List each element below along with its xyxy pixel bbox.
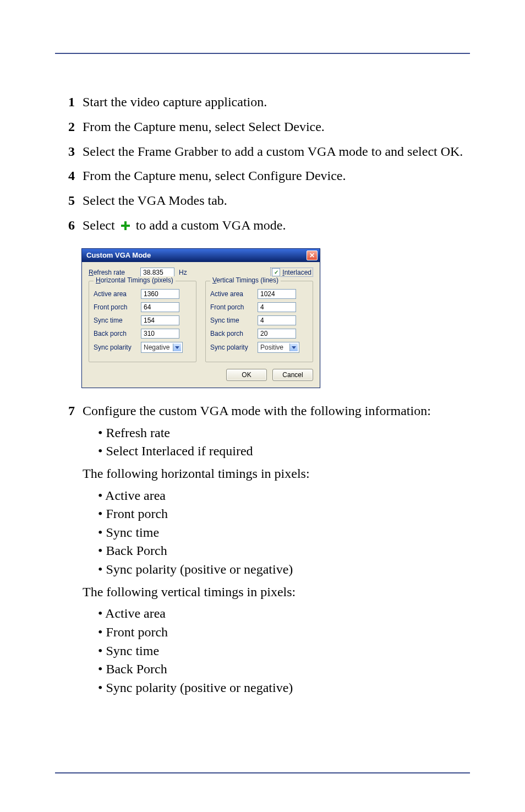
h-polarity-row: Sync polarity Negative — [94, 342, 192, 353]
step-3: 3 Select the Frame Grabber to add a cust… — [55, 142, 470, 161]
v-polarity-row: Sync polarity Positive — [210, 342, 308, 353]
step-4: 4 From the Capture menu, select Configur… — [55, 166, 470, 186]
h-front-label: Front porch — [94, 303, 138, 311]
h-active-input[interactable] — [141, 289, 179, 299]
vertical-timings-group: Vertical Timings (lines) Active area Fro… — [205, 281, 313, 362]
list-item: Sync polarity (positive or negative) — [98, 560, 470, 579]
step-number: 6 — [55, 216, 83, 236]
step-number: 3 — [55, 142, 83, 161]
list-item: Front porch — [98, 623, 470, 642]
v-sync-row: Sync time — [210, 315, 308, 325]
dialog-titlebar: Custom VGA Mode ✕ — [82, 249, 320, 262]
v-back-input[interactable] — [258, 329, 296, 339]
v-front-row: Front porch — [210, 302, 308, 312]
vertical-timings-title: Vertical Timings (lines) — [210, 276, 281, 284]
step6-post: to add a custom VGA mode. — [136, 218, 286, 232]
steps-list: 1 Start the video capture application. 2… — [55, 92, 470, 236]
step-2: 2 From the Capture menu, select Select D… — [55, 117, 470, 137]
step-5: 5 Select the VGA Modes tab. — [55, 191, 470, 210]
interlaced-checkbox[interactable]: ✓ Interlaced — [270, 268, 313, 277]
interlaced-label: Interlaced — [282, 269, 311, 276]
h-sync-label: Sync time — [94, 317, 138, 324]
step6-pre: Select — [83, 218, 115, 232]
list-item: Front porch — [98, 505, 470, 524]
dialog-button-row: OK Cancel — [89, 369, 313, 381]
chevron-down-icon — [292, 346, 296, 349]
timing-columns: Horizontal Timings (pixels) Active area … — [89, 281, 313, 362]
step-text: Select the VGA Modes tab. — [83, 191, 470, 210]
step-1: 1 Start the video capture application. — [55, 92, 470, 112]
v-active-input[interactable] — [258, 289, 296, 299]
step-text: Start the video capture application. — [83, 92, 470, 112]
h-active-label: Active area — [94, 290, 138, 298]
v-back-row: Back porch — [210, 329, 308, 339]
v-active-label: Active area — [210, 290, 254, 298]
refresh-rate-label: Refresh rate — [89, 269, 137, 276]
v-back-label: Back porch — [210, 330, 254, 337]
list-item: Sync time — [98, 642, 470, 661]
step-number: 1 — [55, 92, 83, 112]
step-number: 7 — [55, 401, 83, 701]
list-item: Back Porch — [98, 660, 470, 679]
custom-vga-mode-dialog: Custom VGA Mode ✕ Refresh rate Hz ✓ Inte… — [81, 248, 320, 388]
h-back-input[interactable] — [141, 329, 179, 339]
step7-v-bullets: Active area Front porch Sync time Back P… — [98, 604, 470, 697]
page: 1 Start the video capture application. 2… — [0, 0, 525, 812]
h-front-input[interactable] — [141, 302, 179, 312]
step-text: From the Capture menu, select Configure … — [83, 166, 470, 186]
step-6: 6 Select to add a custom VGA mode. — [55, 216, 470, 236]
v-active-row: Active area — [210, 289, 308, 299]
list-item: Back Porch — [98, 542, 470, 560]
horizontal-timings-title: Horizontal Timings (pixels) — [94, 276, 176, 284]
dialog-title: Custom VGA Mode — [86, 251, 151, 259]
step-text: Select to add a custom VGA mode. — [83, 216, 470, 236]
v-front-input[interactable] — [258, 302, 296, 312]
list-item: Sync time — [98, 524, 470, 542]
h-back-label: Back porch — [94, 330, 138, 337]
v-polarity-select[interactable]: Positive — [258, 342, 299, 353]
list-item: Active area — [98, 487, 470, 505]
h-sync-input[interactable] — [141, 315, 179, 325]
horizontal-timings-group: Horizontal Timings (pixels) Active area … — [89, 281, 196, 362]
h-sync-row: Sync time — [94, 315, 192, 325]
step7-h-bullets: Active area Front porch Sync time Back P… — [98, 487, 470, 579]
step-number: 5 — [55, 191, 83, 210]
dialog-body: Refresh rate Hz ✓ Interlaced Horizontal … — [82, 262, 320, 388]
footer-rule — [55, 772, 470, 773]
step-body: Configure the custom VGA mode with the f… — [83, 401, 470, 701]
h-back-row: Back porch — [94, 329, 192, 339]
h-front-row: Front porch — [94, 302, 192, 312]
cancel-button[interactable]: Cancel — [272, 369, 313, 381]
list-item: Refresh rate — [98, 424, 470, 443]
checkbox-box: ✓ — [272, 268, 280, 276]
list-item: Active area — [98, 604, 470, 623]
v-polarity-label: Sync polarity — [210, 344, 254, 351]
step-number: 4 — [55, 166, 83, 186]
v-front-label: Front porch — [210, 303, 254, 311]
list-item: Select Interlaced if required — [98, 442, 470, 461]
h-polarity-label: Sync polarity — [94, 344, 138, 351]
chevron-down-icon — [175, 346, 179, 349]
header-rule — [55, 53, 470, 54]
svg-rect-1 — [121, 225, 130, 227]
v-sync-label: Sync time — [210, 317, 254, 324]
step7-bullets-1: Refresh rate Select Interlaced if requir… — [98, 424, 470, 461]
step-number: 2 — [55, 117, 83, 137]
step-text: Select the Frame Grabber to add a custom… — [83, 142, 470, 161]
step-7: 7 Configure the custom VGA mode with the… — [55, 401, 470, 701]
hz-label: Hz — [179, 269, 187, 276]
steps-list-continued: 7 Configure the custom VGA mode with the… — [55, 401, 470, 701]
step-text: From the Capture menu, select Select Dev… — [83, 117, 470, 137]
close-icon[interactable]: ✕ — [307, 250, 318, 260]
h-polarity-select[interactable]: Negative — [141, 342, 183, 353]
h-active-row: Active area — [94, 289, 192, 299]
v-sync-input[interactable] — [258, 315, 296, 325]
plus-icon — [121, 217, 130, 236]
step7-h-heading: The following horizontal timings in pixe… — [83, 464, 470, 483]
step7-v-heading: The following vertical timings in pixels… — [83, 582, 470, 602]
ok-button[interactable]: OK — [226, 369, 267, 381]
step7-intro: Configure the custom VGA mode with the f… — [83, 404, 431, 418]
list-item: Sync polarity (positive or negative) — [98, 679, 470, 697]
